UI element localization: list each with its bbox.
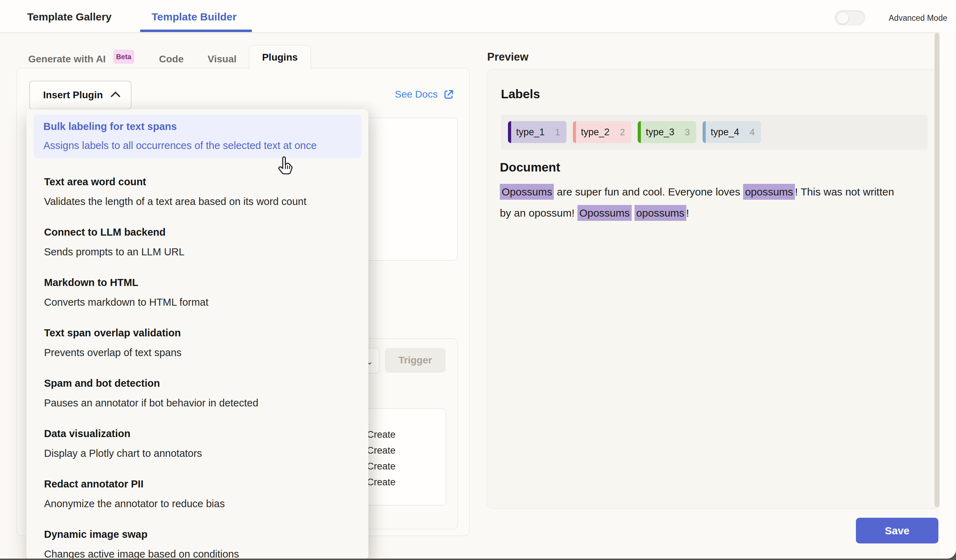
app-window: Template Gallery Template Builder Advanc… (0, 0, 956, 558)
plugin-title: Text area word count (44, 175, 351, 189)
plugin-description: Prevents overlap of text spans (44, 345, 351, 359)
plugin-title: Dynamic image swap (44, 527, 351, 541)
external-link-icon (443, 89, 454, 100)
save-button[interactable]: Save (856, 518, 939, 543)
chip-hotkey: 4 (750, 127, 755, 138)
plugin-menu-item[interactable]: Dynamic image swap Changes active image … (33, 527, 361, 558)
chip-color-bar (703, 121, 706, 143)
plugin-title: Redact annotator PII (44, 477, 351, 491)
create-option[interactable]: Create (367, 474, 396, 490)
document-segment[interactable]: Opossums (500, 184, 554, 200)
plugin-menu-item[interactable]: Markdown to HTML Converts markdown to HT… (33, 275, 361, 309)
plugin-menu-item[interactable]: Text area word count Validates the lengt… (33, 175, 361, 209)
labels-chip-strip: type_1 1 type_2 2 type_3 3 type_4 4 (501, 115, 928, 150)
scrollbar-track (940, 32, 956, 558)
plugin-title: Data visualization (44, 427, 351, 441)
plugin-description: Display a Plotly chart to annotators (44, 446, 351, 460)
tab-generate-with-ai[interactable]: Generate with AI (28, 53, 106, 65)
plugin-menu-item[interactable]: Spam and bot detection Pauses an annotat… (33, 376, 361, 410)
plugin-menu-item[interactable]: Redact annotator PII Anonymize the annot… (33, 477, 361, 511)
plugin-title: Spam and bot detection (44, 376, 351, 390)
plugin-description: Anonymize the annotator to reduce bias (44, 497, 351, 511)
chip-color-bar (573, 121, 576, 143)
insert-plugin-button[interactable]: Insert Plugin (29, 81, 132, 110)
chip-color-bar (638, 121, 641, 143)
label-chip[interactable]: type_2 2 (573, 121, 631, 143)
chevron-up-icon (110, 91, 120, 101)
preview-card: Labels type_1 1 type_2 2 type_3 3 type_4 (487, 69, 941, 508)
create-option[interactable]: Create (367, 458, 396, 474)
document-heading: Document (500, 160, 560, 174)
document-segment[interactable]: ! This was not written (795, 186, 894, 198)
create-options-list: CreateCreateCreateCreate (367, 427, 396, 490)
plugin-description: Pauses an annotator if bot behavior in d… (44, 396, 351, 410)
tab-visual[interactable]: Visual (208, 53, 236, 65)
chip-hotkey: 2 (620, 127, 625, 138)
plugin-title: Connect to LLM backend (44, 225, 351, 239)
nav-template-builder[interactable]: Template Builder (152, 11, 236, 23)
document-segment[interactable]: Opossums (577, 205, 631, 221)
chip-name: type_3 (646, 127, 675, 138)
plugin-description: Validates the length of a text area base… (44, 195, 351, 209)
plugin-description: Assigns labels to all occurrences of the… (43, 138, 351, 152)
nav-template-gallery[interactable]: Template Gallery (27, 11, 112, 23)
document-segment[interactable]: by an opossum! (500, 207, 577, 219)
document-segment[interactable]: opossums (743, 184, 795, 200)
advanced-mode-label: Advanced Mode (889, 13, 947, 23)
document-segment[interactable]: are super fun and cool. Everyone loves (554, 186, 743, 198)
plugin-description: Changes active image based on conditions (44, 547, 351, 558)
active-nav-underline (140, 30, 252, 32)
labels-heading: Labels (501, 87, 540, 101)
tab-code[interactable]: Code (159, 53, 184, 65)
create-option[interactable]: Create (367, 443, 396, 458)
create-option[interactable]: Create (367, 427, 396, 443)
see-docs-label: See Docs (395, 89, 437, 100)
document-text: Opossums are super fun and cool. Everyon… (500, 181, 939, 224)
plugin-description: Converts markdown to HTML format (44, 295, 351, 309)
document-segment[interactable]: ! (686, 207, 689, 219)
document-segment[interactable]: opossums (635, 205, 686, 221)
plugin-menu-item[interactable]: Bulk labeling for text spans Assigns lab… (33, 115, 361, 158)
see-docs-link[interactable]: See Docs (395, 89, 454, 100)
preview-heading: Preview (487, 51, 528, 63)
toggle-knob-icon (837, 12, 849, 24)
chip-name: type_1 (516, 127, 545, 138)
document-segment[interactable] (632, 207, 635, 219)
plugin-menu-item[interactable]: Data visualization Display a Plotly char… (33, 427, 361, 460)
plugin-menu-item[interactable]: Connect to LLM backend Sends prompts to … (33, 225, 361, 259)
trigger-button[interactable]: Trigger (385, 348, 446, 373)
top-header: Template Gallery Template Builder Advanc… (0, 0, 956, 33)
advanced-mode-toggle[interactable] (835, 10, 865, 25)
label-chip[interactable]: type_1 1 (508, 121, 566, 143)
label-chip[interactable]: type_3 3 (638, 121, 696, 143)
tab-plugins[interactable]: Plugins (249, 45, 311, 69)
insert-plugin-label: Insert Plugin (43, 89, 103, 101)
chip-name: type_4 (711, 127, 739, 138)
chip-hotkey: 1 (555, 127, 560, 138)
chip-name: type_2 (581, 127, 610, 138)
plugin-title: Text span overlap validation (44, 326, 351, 340)
plugin-menu-item[interactable]: Text span overlap validation Prevents ov… (33, 326, 361, 359)
scrollbar-thumb[interactable] (934, 33, 939, 507)
chip-color-bar (508, 121, 511, 143)
plugin-description: Sends prompts to an LLM URL (44, 245, 351, 259)
plugin-title: Bulk labeling for text spans (43, 119, 351, 133)
plugin-title: Markdown to HTML (44, 275, 351, 290)
insert-plugin-dropdown: Bulk labeling for text spans Assigns lab… (27, 109, 368, 558)
label-chip[interactable]: type_4 4 (703, 121, 761, 143)
chip-hotkey: 3 (685, 127, 690, 138)
beta-badge: Beta (113, 50, 134, 64)
